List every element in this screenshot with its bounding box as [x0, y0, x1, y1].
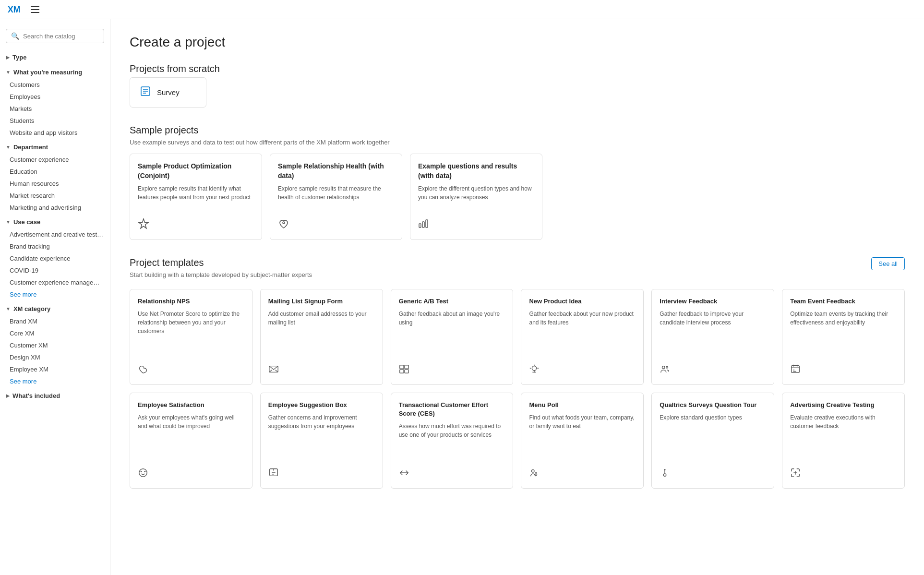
sample-card-product[interactable]: Sample Product Optimization (Conjoint) E… — [130, 154, 262, 240]
sample-card-questions-title: Example questions and results (with data… — [418, 162, 534, 180]
search-box: 🔍 — [6, 29, 104, 43]
sidebar-item-employee-xm[interactable]: Employee XM — [0, 363, 110, 375]
svg-point-37 — [664, 474, 667, 477]
sample-section-subtitle: Use example surveys and data to test out… — [130, 139, 905, 146]
tpl-card-transactional-ces-desc: Assess how much effort was required to u… — [399, 422, 505, 460]
tpl-card-relationship-nps[interactable]: Relationship NPS Use Net Promoter Score … — [130, 289, 252, 385]
sample-card-product-icon — [138, 210, 254, 232]
tpl-card-qualtrics-tour[interactable]: Qualtrics Surveys Question Tour Explore … — [651, 393, 774, 489]
sidebar-item-market-research[interactable]: Market research — [0, 190, 110, 202]
sidebar-section-use-case: ▼ Use case Advertisement and creative te… — [0, 216, 110, 300]
sidebar-item-candidate[interactable]: Candidate experience — [0, 252, 110, 264]
tpl-card-interview-feedback-title: Interview Feedback — [660, 297, 766, 306]
sidebar-section-measuring: ▼ What you're measuring Customers Employ… — [0, 66, 110, 139]
templates-grid-row1: Relationship NPS Use Net Promoter Score … — [130, 289, 905, 385]
sidebar-section-department-header[interactable]: ▼ Department — [0, 141, 110, 154]
svg-rect-8 — [426, 220, 428, 228]
tpl-card-menu-poll-icon — [529, 460, 636, 480]
sidebar-item-ad-creative[interactable]: Advertisement and creative testing — [0, 228, 110, 240]
sidebar-item-brand-tracking[interactable]: Brand tracking — [0, 240, 110, 252]
sidebar-section-measuring-label: What you're measuring — [13, 69, 82, 76]
see-all-button[interactable]: See all — [871, 257, 905, 270]
topbar: XM — [0, 0, 924, 19]
svg-rect-15 — [405, 370, 408, 373]
tpl-card-employee-suggestion-desc: Gather concerns and improvement suggesti… — [268, 413, 375, 460]
search-container: 🔍 — [0, 25, 110, 51]
sidebar-section-included-label: What's included — [12, 392, 60, 399]
tpl-card-menu-poll-desc: Find out what foods your team, company, … — [529, 413, 636, 460]
tpl-card-employee-satisfaction[interactable]: Employee Satisfaction Ask your employees… — [130, 393, 252, 489]
tpl-card-mailing-list[interactable]: Mailing List Signup Form Add customer em… — [260, 289, 383, 385]
sidebar-section-type-label: Type — [12, 54, 26, 61]
tpl-card-qualtrics-tour-desc: Explore standard question types — [660, 413, 766, 460]
sidebar-item-marketing[interactable]: Marketing and advertising — [0, 202, 110, 214]
tpl-card-transactional-ces-title: Transactional Customer Effort Score (CES… — [399, 401, 505, 418]
sidebar-item-brand-xm[interactable]: Brand XM — [0, 315, 110, 327]
tpl-card-new-product[interactable]: New Product Idea Gather feedback about y… — [521, 289, 644, 385]
xm-logo[interactable]: XM — [8, 5, 23, 14]
tpl-card-advertising-creative-title: Advertising Creative Testing — [790, 401, 897, 409]
svg-point-35 — [532, 470, 535, 473]
tpl-card-advertising-creative[interactable]: Advertising Creative Testing Evaluate cr… — [782, 393, 905, 489]
tpl-card-mailing-list-desc: Add customer email addresses to your mai… — [268, 310, 375, 356]
sidebar-section-xm-category-header[interactable]: ▼ XM category — [0, 302, 110, 315]
hamburger-icon[interactable] — [31, 6, 39, 13]
templates-section-title-block: Project templates Start building with a … — [130, 257, 312, 286]
tpl-card-generic-ab[interactable]: Generic A/B Test Gather feedback about a… — [391, 289, 514, 385]
see-more-use-case-link[interactable]: See more — [0, 288, 110, 300]
sidebar-section-type: ▶ Type — [0, 51, 110, 64]
scratch-card-survey[interactable]: Survey — [130, 77, 206, 108]
sidebar-item-markets[interactable]: Markets — [0, 103, 110, 115]
sample-card-questions-desc: Explore the different question types and… — [418, 184, 534, 210]
sample-card-questions-icon — [418, 210, 534, 232]
sidebar-item-students[interactable]: Students — [0, 115, 110, 127]
tpl-card-relationship-nps-title: Relationship NPS — [138, 297, 244, 306]
tpl-card-team-event-title: Team Event Feedback — [790, 297, 897, 306]
sample-card-relationship[interactable]: Sample Relationship Health (with data) E… — [270, 154, 402, 240]
tpl-card-qualtrics-tour-icon — [660, 460, 766, 480]
tpl-card-employee-suggestion[interactable]: Employee Suggestion Box Gather concerns … — [260, 393, 383, 489]
tpl-card-interview-feedback[interactable]: Interview Feedback Gather feedback to im… — [651, 289, 774, 385]
sidebar-item-design-xm[interactable]: Design XM — [0, 351, 110, 363]
sidebar-item-employees[interactable]: Employees — [0, 91, 110, 103]
tpl-card-relationship-nps-icon — [138, 356, 244, 377]
tpl-card-new-product-title: New Product Idea — [529, 297, 636, 306]
see-more-xm-category-link[interactable]: See more — [0, 375, 110, 387]
sidebar-item-education[interactable]: Education — [0, 166, 110, 178]
templates-section-title: Project templates — [130, 257, 312, 268]
tpl-card-employee-satisfaction-icon — [138, 460, 244, 480]
sidebar-item-website-visitors[interactable]: Website and app visitors — [0, 127, 110, 139]
search-input[interactable] — [23, 33, 99, 40]
sidebar-section-xm-category: ▼ XM category Brand XM Core XM Customer … — [0, 302, 110, 387]
sample-card-relationship-desc: Explore sample results that measure the … — [278, 184, 394, 210]
tpl-card-employee-suggestion-title: Employee Suggestion Box — [268, 401, 375, 409]
sidebar-item-hr[interactable]: Human resources — [0, 178, 110, 190]
sample-card-questions[interactable]: Example questions and results (with data… — [410, 154, 542, 240]
scratch-grid: Survey — [130, 77, 905, 108]
tpl-card-employee-satisfaction-desc: Ask your employees what's going well and… — [138, 413, 244, 460]
svg-rect-13 — [405, 365, 408, 369]
sidebar-item-cx-mgmt[interactable]: Customer experience management — [0, 276, 110, 288]
svg-point-39 — [664, 469, 665, 470]
tpl-card-advertising-creative-icon — [790, 460, 897, 480]
tpl-card-team-event[interactable]: Team Event Feedback Optimize team events… — [782, 289, 905, 385]
tpl-card-generic-ab-icon — [399, 356, 505, 377]
tpl-card-relationship-nps-desc: Use Net Promoter Score to optimize the r… — [138, 310, 244, 356]
tpl-card-transactional-ces[interactable]: Transactional Customer Effort Score (CES… — [391, 393, 514, 489]
templates-section-subtitle: Start building with a template developed… — [130, 271, 312, 278]
tpl-card-menu-poll[interactable]: Menu Poll Find out what foods your team,… — [521, 393, 644, 489]
sidebar-item-customer-xm[interactable]: Customer XM — [0, 339, 110, 351]
sidebar-section-measuring-header[interactable]: ▼ What you're measuring — [0, 66, 110, 79]
sidebar-item-customers[interactable]: Customers — [0, 79, 110, 91]
sidebar-section-use-case-header[interactable]: ▼ Use case — [0, 216, 110, 228]
sidebar-section-department: ▼ Department Customer experience Educati… — [0, 141, 110, 214]
sidebar-item-cx[interactable]: Customer experience — [0, 154, 110, 166]
scratch-section-title: Projects from scratch — [130, 63, 905, 74]
templates-grid-row2: Employee Satisfaction Ask your employees… — [130, 393, 905, 489]
sidebar-section-type-header[interactable]: ▶ Type — [0, 51, 110, 64]
sidebar-item-core-xm[interactable]: Core XM — [0, 327, 110, 339]
tpl-card-new-product-icon — [529, 356, 636, 377]
sidebar-section-included-header[interactable]: ▶ What's included — [0, 389, 110, 402]
sidebar-item-covid[interactable]: COVID-19 — [0, 264, 110, 276]
sidebar-section-xm-category-label: XM category — [13, 305, 50, 312]
